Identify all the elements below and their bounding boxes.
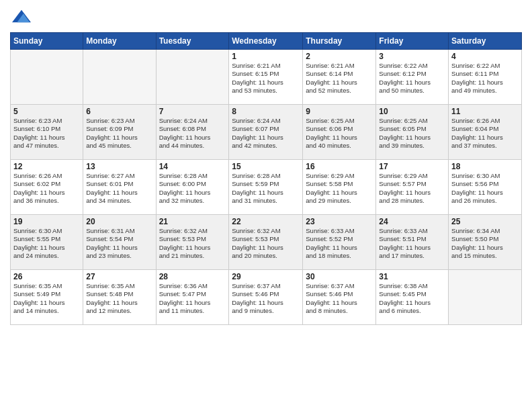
weekday-header-sunday: Sunday (11, 33, 83, 50)
day-number: 16 (306, 162, 373, 171)
calendar-cell: 24Sunrise: 6:33 AMSunset: 5:51 PMDayligh… (376, 215, 449, 270)
day-number: 22 (232, 217, 300, 226)
calendar-cell: 7Sunrise: 6:24 AMSunset: 6:08 PMDaylight… (156, 105, 229, 160)
logo (10, 7, 31, 28)
calendar-cell: 29Sunrise: 6:37 AMSunset: 5:46 PMDayligh… (229, 270, 303, 325)
day-info: Sunrise: 6:23 AMSunset: 6:09 PMDaylight:… (86, 117, 152, 150)
calendar-cell (83, 50, 156, 105)
day-number: 25 (451, 217, 519, 226)
weekday-header-friday: Friday (376, 33, 449, 50)
day-number: 24 (379, 217, 445, 226)
day-info: Sunrise: 6:29 AMSunset: 5:57 PMDaylight:… (379, 172, 445, 205)
calendar-cell: 14Sunrise: 6:28 AMSunset: 6:00 PMDayligh… (156, 160, 229, 215)
day-info: Sunrise: 6:22 AMSunset: 6:12 PMDaylight:… (379, 62, 445, 95)
weekday-header-row: SundayMondayTuesdayWednesdayThursdayFrid… (11, 33, 522, 50)
day-info: Sunrise: 6:38 AMSunset: 5:45 PMDaylight:… (379, 282, 445, 315)
calendar-cell: 13Sunrise: 6:27 AMSunset: 6:01 PMDayligh… (83, 160, 156, 215)
day-info: Sunrise: 6:25 AMSunset: 6:06 PMDaylight:… (306, 117, 373, 150)
weekday-header-thursday: Thursday (303, 33, 376, 50)
calendar-cell (156, 50, 229, 105)
calendar-cell: 16Sunrise: 6:29 AMSunset: 5:58 PMDayligh… (303, 160, 376, 215)
day-info: Sunrise: 6:33 AMSunset: 5:52 PMDaylight:… (306, 227, 373, 260)
day-number: 5 (13, 107, 80, 116)
calendar-cell: 26Sunrise: 6:35 AMSunset: 5:49 PMDayligh… (11, 270, 83, 325)
day-info: Sunrise: 6:23 AMSunset: 6:10 PMDaylight:… (13, 117, 80, 150)
calendar-cell: 2Sunrise: 6:21 AMSunset: 6:14 PMDaylight… (303, 50, 376, 105)
day-number: 10 (379, 107, 445, 116)
week-row-5: 26Sunrise: 6:35 AMSunset: 5:49 PMDayligh… (11, 270, 522, 325)
day-info: Sunrise: 6:22 AMSunset: 6:11 PMDaylight:… (451, 62, 519, 95)
day-number: 26 (13, 272, 80, 281)
day-number: 3 (379, 52, 445, 61)
day-number: 15 (232, 162, 300, 171)
calendar-cell: 25Sunrise: 6:34 AMSunset: 5:50 PMDayligh… (449, 215, 522, 270)
calendar-cell: 21Sunrise: 6:32 AMSunset: 5:53 PMDayligh… (156, 215, 229, 270)
day-number: 14 (159, 162, 226, 171)
day-number: 20 (86, 217, 152, 226)
weekday-header-saturday: Saturday (449, 33, 522, 50)
calendar-cell: 27Sunrise: 6:35 AMSunset: 5:48 PMDayligh… (83, 270, 156, 325)
main-container: SundayMondayTuesdayWednesdayThursdayFrid… (0, 0, 532, 332)
calendar-cell: 18Sunrise: 6:30 AMSunset: 5:56 PMDayligh… (449, 160, 522, 215)
day-info: Sunrise: 6:37 AMSunset: 5:46 PMDaylight:… (232, 282, 300, 315)
calendar-cell: 8Sunrise: 6:24 AMSunset: 6:07 PMDaylight… (229, 105, 303, 160)
day-number: 8 (232, 107, 300, 116)
day-number: 19 (13, 217, 80, 226)
day-info: Sunrise: 6:24 AMSunset: 6:07 PMDaylight:… (232, 117, 300, 150)
day-info: Sunrise: 6:26 AMSunset: 6:04 PMDaylight:… (451, 117, 519, 150)
calendar-cell (11, 50, 83, 105)
day-number: 4 (451, 52, 519, 61)
day-number: 2 (306, 52, 373, 61)
calendar-cell: 5Sunrise: 6:23 AMSunset: 6:10 PMDaylight… (11, 105, 83, 160)
calendar-cell: 4Sunrise: 6:22 AMSunset: 6:11 PMDaylight… (449, 50, 522, 105)
logo-icon (12, 7, 31, 26)
weekday-header-monday: Monday (83, 33, 156, 50)
day-info: Sunrise: 6:30 AMSunset: 5:55 PMDaylight:… (13, 227, 80, 260)
day-info: Sunrise: 6:37 AMSunset: 5:46 PMDaylight:… (306, 282, 373, 315)
day-number: 1 (232, 52, 300, 61)
day-info: Sunrise: 6:21 AMSunset: 6:15 PMDaylight:… (232, 62, 300, 95)
calendar-cell: 30Sunrise: 6:37 AMSunset: 5:46 PMDayligh… (303, 270, 376, 325)
week-row-4: 19Sunrise: 6:30 AMSunset: 5:55 PMDayligh… (11, 215, 522, 270)
day-number: 17 (379, 162, 445, 171)
day-number: 18 (451, 162, 519, 171)
day-number: 21 (159, 217, 226, 226)
calendar-cell: 9Sunrise: 6:25 AMSunset: 6:06 PMDaylight… (303, 105, 376, 160)
calendar-cell: 10Sunrise: 6:25 AMSunset: 6:05 PMDayligh… (376, 105, 449, 160)
day-info: Sunrise: 6:36 AMSunset: 5:47 PMDaylight:… (159, 282, 226, 315)
day-info: Sunrise: 6:31 AMSunset: 5:54 PMDaylight:… (86, 227, 152, 260)
day-info: Sunrise: 6:30 AMSunset: 5:56 PMDaylight:… (451, 172, 519, 205)
day-number: 31 (379, 272, 445, 281)
day-number: 12 (13, 162, 80, 171)
day-number: 7 (159, 107, 226, 116)
day-info: Sunrise: 6:21 AMSunset: 6:14 PMDaylight:… (306, 62, 373, 95)
day-number: 29 (232, 272, 300, 281)
day-info: Sunrise: 6:34 AMSunset: 5:50 PMDaylight:… (451, 227, 519, 260)
calendar-cell: 3Sunrise: 6:22 AMSunset: 6:12 PMDaylight… (376, 50, 449, 105)
day-number: 6 (86, 107, 152, 116)
day-number: 11 (451, 107, 519, 116)
day-number: 13 (86, 162, 152, 171)
day-info: Sunrise: 6:35 AMSunset: 5:48 PMDaylight:… (86, 282, 152, 315)
calendar-cell: 17Sunrise: 6:29 AMSunset: 5:57 PMDayligh… (376, 160, 449, 215)
day-info: Sunrise: 6:25 AMSunset: 6:05 PMDaylight:… (379, 117, 445, 150)
calendar-cell: 20Sunrise: 6:31 AMSunset: 5:54 PMDayligh… (83, 215, 156, 270)
calendar-cell: 6Sunrise: 6:23 AMSunset: 6:09 PMDaylight… (83, 105, 156, 160)
header (10, 7, 522, 28)
week-row-2: 5Sunrise: 6:23 AMSunset: 6:10 PMDaylight… (11, 105, 522, 160)
day-info: Sunrise: 6:28 AMSunset: 6:00 PMDaylight:… (159, 172, 226, 205)
day-number: 28 (159, 272, 226, 281)
day-info: Sunrise: 6:35 AMSunset: 5:49 PMDaylight:… (13, 282, 80, 315)
calendar-table: SundayMondayTuesdayWednesdayThursdayFrid… (10, 32, 522, 325)
calendar-cell: 23Sunrise: 6:33 AMSunset: 5:52 PMDayligh… (303, 215, 376, 270)
calendar-cell: 12Sunrise: 6:26 AMSunset: 6:02 PMDayligh… (11, 160, 83, 215)
calendar-cell: 1Sunrise: 6:21 AMSunset: 6:15 PMDaylight… (229, 50, 303, 105)
calendar-cell: 22Sunrise: 6:32 AMSunset: 5:53 PMDayligh… (229, 215, 303, 270)
day-info: Sunrise: 6:32 AMSunset: 5:53 PMDaylight:… (159, 227, 226, 260)
day-number: 9 (306, 107, 373, 116)
calendar-cell: 15Sunrise: 6:28 AMSunset: 5:59 PMDayligh… (229, 160, 303, 215)
week-row-1: 1Sunrise: 6:21 AMSunset: 6:15 PMDaylight… (11, 50, 522, 105)
calendar-cell: 19Sunrise: 6:30 AMSunset: 5:55 PMDayligh… (11, 215, 83, 270)
day-info: Sunrise: 6:27 AMSunset: 6:01 PMDaylight:… (86, 172, 152, 205)
calendar-cell: 31Sunrise: 6:38 AMSunset: 5:45 PMDayligh… (376, 270, 449, 325)
